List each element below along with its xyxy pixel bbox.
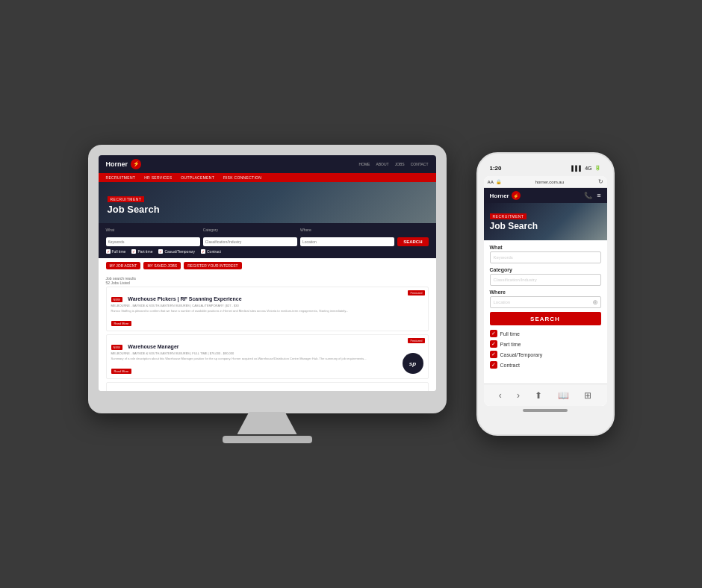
nav-about[interactable]: ABOUT <box>376 162 388 166</box>
casual-box: ✓ <box>158 249 163 254</box>
phone-hero-content: RECRUITMENT Job Search <box>490 207 601 231</box>
phone-menu-icon[interactable]: ≡ <box>597 192 600 199</box>
new-badge-1: NEW <box>111 297 122 302</box>
featured-badge-2: Featured <box>408 338 424 343</box>
my-saved-jobs-btn[interactable]: MY SAVED JOBS <box>143 262 181 269</box>
network-icon: 4G <box>585 166 591 171</box>
job-meta-1: MELBOURNE - BAYSIDE & SOUTH-EASTERN SUBU… <box>111 304 423 307</box>
site-header: Horner ⚡ HOME ABOUT JOBS CONTACT <box>99 155 436 173</box>
nav-home[interactable]: HOME <box>358 162 370 166</box>
parttime-checkbox[interactable]: ✓ Part time <box>131 249 152 254</box>
phone-site-header: Horner ⚡ 📞 ≡ <box>484 188 607 203</box>
subnav-recruitment[interactable]: RECRUITMENT <box>106 175 136 180</box>
phone-where-label: Where <box>490 290 601 295</box>
where-input[interactable] <box>300 237 394 246</box>
site-subnav: RECRUITMENT HR SERVICES OUTPLACEMENT RIS… <box>99 173 436 182</box>
contract-checkbox[interactable]: ✓ Contract <box>201 249 221 254</box>
monitor-stand <box>237 412 297 434</box>
new-badge-2: NEW <box>111 345 122 350</box>
job-card-3: NEW Container Labourers <box>106 382 429 391</box>
phone-where-input[interactable]: Location ◎ <box>490 296 601 308</box>
nav-contact[interactable]: CONTACT <box>411 162 429 166</box>
phone-contract-label: Contract <box>500 363 520 368</box>
hero-title: Job Search <box>108 204 160 215</box>
phone-hero-title: Job Search <box>490 221 601 231</box>
lock-icon: 🔒 <box>496 179 501 184</box>
phone-what-input[interactable]: Keywords <box>490 251 601 263</box>
phone-parttime-box: ✓ <box>490 340 497 348</box>
parttime-box: ✓ <box>131 249 136 254</box>
phone-call-icon[interactable]: 📞 <box>584 192 592 199</box>
subnav-risk[interactable]: RISK CONNECTION <box>223 175 261 180</box>
phone-parttime-checkbox[interactable]: ✓ Part time <box>490 340 601 348</box>
bookmarks-icon[interactable]: 📖 <box>558 390 569 401</box>
battery-icon: 🔋 <box>594 165 601 171</box>
phone-browser-bar: AA 🔒 horner.com.au ↻ <box>484 176 607 188</box>
my-job-agent-btn[interactable]: MY JOB AGENT <box>106 262 141 269</box>
site-logo-text: Horner <box>106 160 128 168</box>
phone-parttime-label: Part time <box>500 342 521 347</box>
refresh-icon[interactable]: ↻ <box>598 178 603 185</box>
tabs-icon[interactable]: ⊞ <box>584 390 591 401</box>
nav-jobs[interactable]: JOBS <box>395 162 405 166</box>
read-more-2[interactable]: Read More <box>111 369 132 374</box>
where-field-group: Where <box>300 228 394 246</box>
search-row: What Category Where SEARCH <box>106 228 429 246</box>
hero-content: RECRUITMENT Job Search <box>108 190 160 215</box>
phone-home-bar <box>523 409 568 412</box>
phone-contract-checkbox[interactable]: ✓ Contract <box>490 361 601 369</box>
phone-status-icons: ▌▌▌ 4G 🔋 <box>571 165 600 171</box>
casual-checkbox[interactable]: ✓ Casual/Temporary <box>158 249 195 254</box>
site-logo-icon: ⚡ <box>131 159 141 169</box>
sp-company-logo: sp <box>403 353 423 374</box>
job-title-1[interactable]: Warehouse Pickers | RF Scanning Experien… <box>128 296 241 301</box>
read-more-1[interactable]: Read More <box>111 321 132 326</box>
forward-icon[interactable]: › <box>517 390 520 401</box>
subnav-outplacement[interactable]: OUTPLACEMENT <box>181 175 214 180</box>
hero-recruitment-tag: RECRUITMENT <box>108 196 145 202</box>
phone-category-label: Category <box>490 267 601 272</box>
signal-icon: ▌▌▌ <box>571 166 583 171</box>
search-section: What Category Where SEARCH <box>99 223 436 258</box>
phone-casual-checkbox[interactable]: ✓ Casual/Temporary <box>490 351 601 358</box>
phone-screen: AA 🔒 horner.com.au ↻ Horner ⚡ 📞 <box>484 176 607 406</box>
job-card-1: Featured NEW Warehouse Pickers | RF Scan… <box>106 287 429 331</box>
job-card-2: Featured NEW Warehouse Manager MELBOURNE… <box>106 334 429 379</box>
action-buttons: MY JOB AGENT MY SAVED JOBS REGISTER YOUR… <box>99 258 436 273</box>
what-input[interactable] <box>106 237 200 246</box>
phone-fulltime-checkbox[interactable]: ✓ Full time <box>490 330 601 337</box>
subnav-hr[interactable]: HR SERVICES <box>144 175 172 180</box>
register-interest-btn[interactable]: REGISTER YOUR INTEREST <box>184 262 241 269</box>
scene: Horner ⚡ HOME ABOUT JOBS CONTACT RECRUIT… <box>0 0 702 588</box>
phone-category-input[interactable]: Classification/Industry <box>490 274 601 286</box>
contract-box: ✓ <box>201 249 205 254</box>
monitor-wrapper: Horner ⚡ HOME ABOUT JOBS CONTACT RECRUIT… <box>88 145 447 443</box>
monitor: Horner ⚡ HOME ABOUT JOBS CONTACT RECRUIT… <box>88 145 447 413</box>
fulltime-checkbox[interactable]: ✓ Full time <box>106 249 126 254</box>
phone-what-label: What <box>490 245 601 250</box>
back-icon[interactable]: ‹ <box>499 390 502 401</box>
fulltime-box: ✓ <box>106 249 111 254</box>
job-meta-2: MELBOURNE - BAYSIDE & SOUTH-EASTERN SUBU… <box>111 351 423 355</box>
browser-aa[interactable]: AA <box>488 180 494 184</box>
phone-casual-box: ✓ <box>490 351 497 358</box>
search-button[interactable]: SEARCH <box>397 237 428 246</box>
phone-hero: RECRUITMENT Job Search <box>484 203 607 240</box>
job-desc-1: Ramco Staffing is pleased to confirm tha… <box>111 309 423 313</box>
phone-header-icons: 📞 ≡ <box>584 192 600 199</box>
job-results-area: Job search results 52 Jobs Listed Featur… <box>99 273 436 391</box>
phone-search-btn[interactable]: SEARCH <box>490 312 601 325</box>
phone: 1:20 ▌▌▌ 4G 🔋 AA 🔒 horner.com.au ↻ <box>476 152 615 436</box>
category-input[interactable] <box>203 237 297 246</box>
phone-recruitment-tag: RECRUITMENT <box>490 213 527 219</box>
site-hero: RECRUITMENT Job Search <box>99 182 436 223</box>
monitor-screen: Horner ⚡ HOME ABOUT JOBS CONTACT RECRUIT… <box>99 155 436 391</box>
location-icon: ◎ <box>593 299 597 305</box>
phone-logo-icon: ⚡ <box>512 191 521 200</box>
phone-fulltime-label: Full time <box>500 331 520 337</box>
what-field-group: What <box>106 228 200 246</box>
phone-url[interactable]: horner.com.au <box>503 180 595 184</box>
phone-contract-box: ✓ <box>490 361 497 369</box>
job-title-2[interactable]: Warehouse Manager <box>128 344 178 349</box>
share-icon[interactable]: ⬆ <box>535 390 542 401</box>
